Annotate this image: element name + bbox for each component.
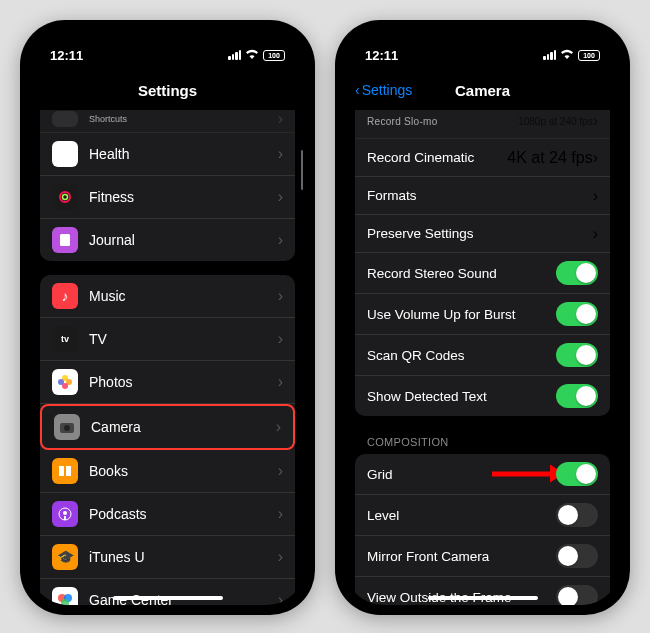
chevron-right-icon: › xyxy=(278,330,283,348)
shortcuts-icon xyxy=(52,111,78,127)
itunesu-icon: 🎓 xyxy=(52,544,78,570)
toggle-stereo[interactable] xyxy=(556,261,598,285)
wifi-icon xyxy=(245,48,259,62)
fitness-icon xyxy=(52,184,78,210)
row-label: iTunes U xyxy=(89,549,278,565)
row-label: Show Detected Text xyxy=(367,389,556,404)
signal-icon xyxy=(543,50,556,60)
settings-row-shortcuts[interactable]: Shortcuts › xyxy=(40,110,295,133)
dynamic-island xyxy=(123,38,213,64)
chevron-right-icon: › xyxy=(278,110,283,128)
row-label: Podcasts xyxy=(89,506,278,522)
status-indicators: 100 xyxy=(228,48,285,62)
chevron-right-icon: › xyxy=(593,187,598,205)
dynamic-island xyxy=(438,38,528,64)
phone-camera-settings: 12:11 100 ‹ Settings Camera Record Slo-m… xyxy=(335,20,630,615)
row-label: Fitness xyxy=(89,189,278,205)
chevron-right-icon: › xyxy=(278,505,283,523)
svg-point-1 xyxy=(63,195,68,200)
camera-row-volumeburst: Use Volume Up for Burst xyxy=(355,294,610,335)
camera-row-slomo[interactable]: Record Slo-mo 1080p at 240 fps › xyxy=(355,110,610,139)
toggle-outsideframe[interactable] xyxy=(556,585,598,605)
battery-icon: 100 xyxy=(263,50,285,61)
status-indicators: 100 xyxy=(543,48,600,62)
clock: 12:11 xyxy=(365,48,398,63)
toggle-volumeburst[interactable] xyxy=(556,302,598,326)
section-media: ♪ Music › tv TV › Photos › xyxy=(40,275,295,605)
nav-bar: ‹ Settings Camera xyxy=(345,70,620,110)
camera-row-outsideframe: View Outside the Frame xyxy=(355,577,610,605)
settings-row-itunesu[interactable]: 🎓 iTunes U › xyxy=(40,536,295,579)
highlight-arrow xyxy=(492,472,552,477)
settings-row-journal[interactable]: Journal › xyxy=(40,219,295,261)
toggle-grid[interactable] xyxy=(556,462,598,486)
settings-row-fitness[interactable]: Fitness › xyxy=(40,176,295,219)
settings-row-tv[interactable]: tv TV › xyxy=(40,318,295,361)
chevron-right-icon: › xyxy=(593,225,598,243)
svg-point-10 xyxy=(63,511,67,515)
back-label: Settings xyxy=(362,82,413,98)
row-value: 4K at 24 fps xyxy=(507,149,592,167)
toggle-level[interactable] xyxy=(556,503,598,527)
svg-rect-2 xyxy=(60,234,70,246)
phone-settings: 12:11 100 Settings Shortcuts › ♥ xyxy=(20,20,315,615)
signal-icon xyxy=(228,50,241,60)
journal-icon xyxy=(52,227,78,253)
settings-row-camera[interactable]: Camera › xyxy=(40,404,295,450)
camera-row-level: Level xyxy=(355,495,610,536)
settings-list[interactable]: Shortcuts › ♥ Health › Fitness › xyxy=(30,110,305,605)
row-label: Camera xyxy=(91,419,276,435)
back-button[interactable]: ‹ Settings xyxy=(355,82,412,98)
svg-point-0 xyxy=(60,192,70,202)
row-label: Health xyxy=(89,146,278,162)
row-label: Mirror Front Camera xyxy=(367,549,556,564)
camera-row-cinematic[interactable]: Record Cinematic 4K at 24 fps › xyxy=(355,139,610,177)
chevron-left-icon: ‹ xyxy=(355,82,360,98)
row-value: 1080p at 240 fps xyxy=(518,116,593,127)
settings-row-gamecenter[interactable]: Game Center › xyxy=(40,579,295,605)
row-label: Photos xyxy=(89,374,278,390)
screen-camera: 12:11 100 ‹ Settings Camera Record Slo-m… xyxy=(345,30,620,605)
row-label: Record Cinematic xyxy=(367,150,507,165)
settings-row-podcasts[interactable]: Podcasts › xyxy=(40,493,295,536)
home-indicator[interactable] xyxy=(113,596,223,600)
settings-row-music[interactable]: ♪ Music › xyxy=(40,275,295,318)
chevron-right-icon: › xyxy=(278,287,283,305)
wifi-icon xyxy=(560,48,574,62)
toggle-mirror[interactable] xyxy=(556,544,598,568)
row-label: Music xyxy=(89,288,278,304)
toggle-qr[interactable] xyxy=(556,343,598,367)
podcasts-icon xyxy=(52,501,78,527)
camera-icon xyxy=(54,414,80,440)
camera-row-formats[interactable]: Formats › xyxy=(355,177,610,215)
nav-bar: Settings xyxy=(30,70,305,110)
photos-icon xyxy=(52,369,78,395)
row-label: Preserve Settings xyxy=(367,226,593,241)
row-label: Journal xyxy=(89,232,278,248)
row-label: Scan QR Codes xyxy=(367,348,556,363)
section-health: Shortcuts › ♥ Health › Fitness › xyxy=(40,110,295,261)
toggle-detectedtext[interactable] xyxy=(556,384,598,408)
chevron-right-icon: › xyxy=(278,373,283,391)
row-label: Record Stereo Sound xyxy=(367,266,556,281)
health-icon: ♥ xyxy=(52,141,78,167)
camera-row-detectedtext: Show Detected Text xyxy=(355,376,610,416)
chevron-right-icon: › xyxy=(593,149,598,167)
tv-icon: tv xyxy=(52,326,78,352)
composition-header: COMPOSITION xyxy=(345,430,620,452)
camera-row-mirror: Mirror Front Camera xyxy=(355,536,610,577)
row-label: Record Slo-mo xyxy=(367,116,518,127)
settings-row-photos[interactable]: Photos › xyxy=(40,361,295,404)
settings-row-books[interactable]: Books › xyxy=(40,450,295,493)
camera-row-grid: Grid xyxy=(355,454,610,495)
chevron-right-icon: › xyxy=(278,591,283,605)
settings-row-health[interactable]: ♥ Health › xyxy=(40,133,295,176)
chevron-right-icon: › xyxy=(278,548,283,566)
chevron-right-icon: › xyxy=(593,112,598,130)
camera-row-preserve[interactable]: Preserve Settings › xyxy=(355,215,610,253)
camera-row-qr: Scan QR Codes xyxy=(355,335,610,376)
home-indicator[interactable] xyxy=(428,596,538,600)
page-title: Camera xyxy=(455,82,510,99)
camera-settings-list[interactable]: Record Slo-mo 1080p at 240 fps › Record … xyxy=(345,110,620,605)
battery-icon: 100 xyxy=(578,50,600,61)
